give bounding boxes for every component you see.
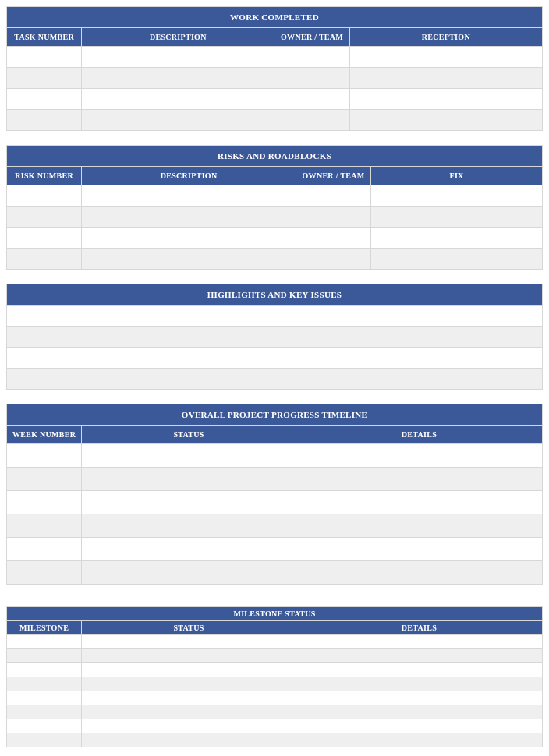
ms-cell[interactable] [296,649,542,663]
ms-cell[interactable] [82,635,296,649]
wc-cell[interactable] [7,47,82,68]
risk-cell[interactable] [82,207,296,228]
tl-cell[interactable] [296,514,542,538]
tl-cell[interactable] [7,468,82,491]
ms-cell[interactable] [7,635,82,649]
risk-cell[interactable] [296,228,370,249]
ms-cell[interactable] [82,719,296,733]
ms-cell[interactable] [7,649,82,663]
table-row [7,733,543,747]
tl-header-week: WEEK NUMBER [7,426,82,444]
table-row [7,468,543,491]
ms-cell[interactable] [7,719,82,733]
tl-cell[interactable] [7,538,82,561]
timeline-title: OVERALL PROJECT PROGRESS TIMELINE [7,404,543,426]
tl-cell[interactable] [82,514,296,538]
wc-cell[interactable] [349,89,542,110]
tl-cell[interactable] [296,491,542,514]
risk-cell[interactable] [7,228,82,249]
highlights-table: HIGHLIGHTS AND KEY ISSUES [6,284,543,390]
milestone-title: MILESTONE STATUS [7,607,543,621]
tl-cell[interactable] [82,444,296,468]
wc-cell[interactable] [349,47,542,68]
ms-cell[interactable] [7,705,82,719]
risk-cell[interactable] [371,228,543,249]
wc-cell[interactable] [82,110,274,131]
tl-cell[interactable] [296,538,542,561]
tl-cell[interactable] [7,491,82,514]
risk-cell[interactable] [371,207,543,228]
risk-cell[interactable] [82,249,296,270]
wc-cell[interactable] [82,89,274,110]
wc-cell[interactable] [7,68,82,89]
tl-cell[interactable] [82,468,296,491]
table-row [7,348,543,369]
risk-cell[interactable] [296,207,370,228]
ms-cell[interactable] [7,691,82,705]
tl-cell[interactable] [296,444,542,468]
ms-cell[interactable] [7,663,82,677]
wc-cell[interactable] [274,68,349,89]
ms-cell[interactable] [82,733,296,747]
work-completed-table: WORK COMPLETED TASK NUMBER DESCRIPTION O… [6,6,543,131]
tl-cell[interactable] [82,538,296,561]
table-row [7,514,543,538]
ms-cell[interactable] [82,677,296,691]
ms-cell[interactable] [296,705,542,719]
wc-cell[interactable] [349,68,542,89]
ms-cell[interactable] [296,691,542,705]
tl-cell[interactable] [296,468,542,491]
risk-cell[interactable] [296,249,370,270]
risk-cell[interactable] [371,249,543,270]
table-row [7,491,543,514]
tl-cell[interactable] [7,444,82,468]
ms-cell[interactable] [296,663,542,677]
tl-cell[interactable] [82,491,296,514]
ms-cell[interactable] [82,663,296,677]
ms-cell[interactable] [296,677,542,691]
risk-cell[interactable] [7,207,82,228]
risk-cell[interactable] [7,249,82,270]
table-row [7,306,543,327]
table-row [7,327,543,348]
ms-cell[interactable] [296,733,542,747]
timeline-table: OVERALL PROJECT PROGRESS TIMELINE WEEK N… [6,404,543,585]
work-completed-section: WORK COMPLETED TASK NUMBER DESCRIPTION O… [6,6,543,131]
ms-cell[interactable] [82,691,296,705]
wc-cell[interactable] [82,47,274,68]
ms-cell[interactable] [7,677,82,691]
risk-cell[interactable] [82,228,296,249]
milestone-section: MILESTONE STATUS MILESTONE STATUS DETAIL… [6,606,543,747]
tl-cell[interactable] [296,561,542,585]
tl-cell[interactable] [7,561,82,585]
wc-cell[interactable] [7,89,82,110]
table-row [7,249,543,270]
risk-cell[interactable] [296,185,370,207]
wc-cell[interactable] [82,68,274,89]
risk-cell[interactable] [82,185,296,207]
risk-cell[interactable] [371,185,543,207]
ms-cell[interactable] [82,649,296,663]
table-row [7,228,543,249]
table-row [7,677,543,691]
wc-cell[interactable] [349,110,542,131]
risks-section: RISKS AND ROADBLOCKS RISK NUMBER DESCRIP… [6,145,543,270]
wc-cell[interactable] [274,47,349,68]
ms-cell[interactable] [7,733,82,747]
ms-cell[interactable] [296,635,542,649]
tl-header-details: DETAILS [296,426,542,444]
tl-cell[interactable] [7,514,82,538]
wc-cell[interactable] [274,110,349,131]
wc-cell[interactable] [274,89,349,110]
ms-cell[interactable] [296,719,542,733]
tl-cell[interactable] [82,561,296,585]
highlights-cell[interactable] [7,369,543,390]
wc-cell[interactable] [7,110,82,131]
highlights-cell[interactable] [7,327,543,348]
timeline-section: OVERALL PROJECT PROGRESS TIMELINE WEEK N… [6,404,543,585]
table-row [7,89,543,110]
highlights-cell[interactable] [7,348,543,369]
risk-cell[interactable] [7,185,82,207]
ms-cell[interactable] [82,705,296,719]
highlights-cell[interactable] [7,306,543,327]
